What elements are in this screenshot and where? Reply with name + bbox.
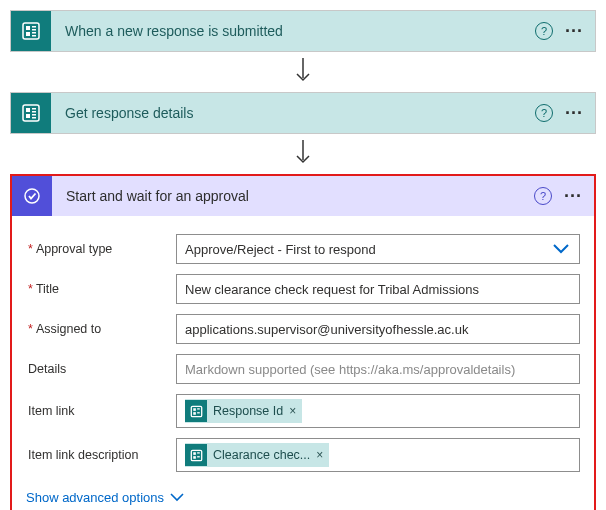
- help-icon[interactable]: ?: [535, 22, 553, 40]
- arrow-connector: [293, 58, 313, 86]
- svg-rect-18: [193, 408, 196, 411]
- svg-rect-9: [26, 108, 30, 112]
- more-menu-icon[interactable]: ···: [565, 104, 583, 122]
- approval-icon: [12, 176, 52, 216]
- svg-rect-13: [32, 114, 36, 116]
- token-clearance-check[interactable]: Clearance chec... ×: [185, 443, 329, 467]
- svg-rect-11: [32, 111, 36, 113]
- help-icon[interactable]: ?: [534, 187, 552, 205]
- details-input[interactable]: Markdown supported (see https://aka.ms/a…: [176, 354, 580, 384]
- approval-type-select[interactable]: Approve/Reject - First to respond: [176, 234, 580, 264]
- svg-rect-0: [23, 23, 39, 39]
- more-menu-icon[interactable]: ···: [564, 187, 582, 205]
- step-title: When a new response is submitted: [51, 23, 535, 39]
- card-header: When a new response is submitted ? ···: [11, 11, 595, 51]
- approval-type-value: Approve/Reject - First to respond: [185, 242, 376, 257]
- label-assigned-to: *Assigned to: [26, 322, 176, 336]
- label-title: *Title: [26, 282, 176, 296]
- svg-rect-21: [197, 412, 200, 413]
- svg-rect-19: [197, 408, 200, 409]
- card-header: Get response details ? ···: [11, 93, 595, 133]
- svg-rect-12: [26, 114, 30, 118]
- help-icon[interactable]: ?: [535, 104, 553, 122]
- svg-rect-25: [193, 456, 196, 459]
- forms-icon: [185, 444, 207, 466]
- arrow-connector: [293, 140, 313, 168]
- more-menu-icon[interactable]: ···: [565, 22, 583, 40]
- forms-icon: [11, 11, 51, 51]
- step-title: Start and wait for an approval: [52, 188, 534, 204]
- forms-trigger-card[interactable]: When a new response is submitted ? ···: [10, 10, 596, 52]
- svg-rect-5: [32, 32, 36, 34]
- title-input[interactable]: New clearance check request for Tribal A…: [176, 274, 580, 304]
- approval-card: Start and wait for an approval ? ··· *Ap…: [10, 174, 596, 510]
- assigned-to-input[interactable]: applications.supervisor@universityofhess…: [176, 314, 580, 344]
- item-link-desc-input[interactable]: Clearance chec... ×: [176, 438, 580, 472]
- item-link-input[interactable]: Response Id ×: [176, 394, 580, 428]
- chevron-down-icon: [553, 244, 569, 254]
- svg-rect-8: [23, 105, 39, 121]
- svg-rect-1: [26, 26, 30, 30]
- label-item-link: Item link: [26, 404, 176, 418]
- token-remove-icon[interactable]: ×: [316, 448, 323, 462]
- token-remove-icon[interactable]: ×: [289, 404, 296, 418]
- svg-rect-4: [26, 32, 30, 36]
- svg-rect-3: [32, 29, 36, 31]
- label-item-link-desc: Item link description: [26, 448, 176, 462]
- card-header[interactable]: Start and wait for an approval ? ···: [12, 176, 594, 216]
- svg-rect-17: [191, 406, 201, 416]
- chevron-down-icon: [170, 493, 184, 502]
- approval-body: *Approval type Approve/Reject - First to…: [12, 216, 594, 510]
- forms-icon: [11, 93, 51, 133]
- forms-action-card[interactable]: Get response details ? ···: [10, 92, 596, 134]
- show-advanced-options-link[interactable]: Show advanced options: [26, 490, 184, 505]
- svg-rect-26: [197, 456, 200, 457]
- svg-rect-23: [193, 452, 196, 455]
- svg-rect-2: [32, 26, 36, 28]
- token-response-id[interactable]: Response Id ×: [185, 399, 302, 423]
- forms-icon: [185, 400, 207, 422]
- label-details: Details: [26, 362, 176, 376]
- svg-rect-14: [32, 117, 36, 119]
- svg-rect-24: [197, 452, 200, 453]
- svg-rect-10: [32, 108, 36, 110]
- step-title: Get response details: [51, 105, 535, 121]
- svg-rect-20: [193, 412, 196, 415]
- label-approval-type: *Approval type: [26, 242, 176, 256]
- svg-rect-22: [191, 450, 201, 460]
- svg-rect-6: [32, 35, 36, 37]
- svg-point-16: [25, 189, 39, 203]
